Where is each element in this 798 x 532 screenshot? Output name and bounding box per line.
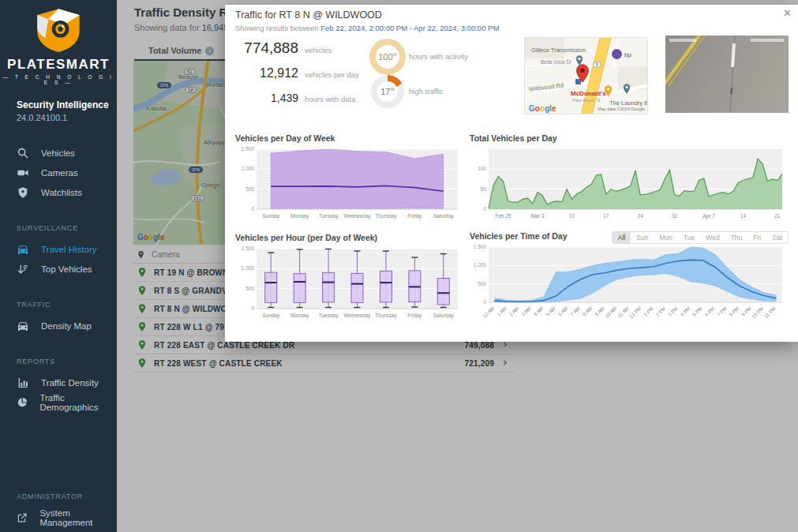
- toggle-option-sat[interactable]: Sat: [766, 232, 788, 243]
- svg-text:Tuesday: Tuesday: [319, 313, 339, 319]
- chart-canvas: 05001,0001,500SundayMondayTuesdayWednesd…: [235, 245, 466, 331]
- brand-name: PLATESMART: [0, 57, 117, 73]
- svg-text:1 PM: 1 PM: [643, 305, 654, 317]
- chart-title: Vehicles per Time of Day: [470, 231, 568, 241]
- modal-title: Traffic for RT 8 N @ WILDWOOD: [235, 9, 382, 21]
- external-link-icon: [17, 511, 28, 524]
- toggle-option-all[interactable]: All: [613, 232, 631, 243]
- nav-group: SURVEILLANCETravel HistoryTop Vehicles: [0, 216, 117, 279]
- svg-text:5 AM: 5 AM: [545, 305, 556, 317]
- sidebar-item-density-map[interactable]: Density Map: [0, 316, 117, 335]
- stat-row: 12,912vehicles per day: [237, 66, 359, 85]
- product-version: 24.0.24100.1: [0, 111, 117, 122]
- stat-value: 1,439: [237, 92, 298, 104]
- pie-chart-icon: [17, 396, 28, 409]
- stat-label: hours with data: [305, 95, 355, 103]
- modal-subtitle-prefix: Showing results between: [235, 24, 320, 32]
- product-name: Security Intelligence: [0, 85, 117, 111]
- car-icon: [17, 320, 29, 332]
- poi-label: Gillece Transmission: [531, 47, 586, 54]
- svg-text:1,500: 1,500: [474, 244, 487, 249]
- toggle-option-sun[interactable]: Sun: [631, 232, 654, 243]
- close-icon[interactable]: ✕: [783, 8, 792, 19]
- svg-text:6 AM: 6 AM: [557, 305, 569, 317]
- band-area: [271, 149, 444, 208]
- chart-canvas: 05001,0001,50012 AM1 AM2 AM3 AM4 AM5 AM6…: [470, 244, 789, 335]
- box: [437, 278, 449, 304]
- poi-pin-icon: [623, 84, 631, 94]
- svg-text:11 AM: 11 AM: [616, 305, 630, 319]
- box: [323, 272, 335, 302]
- modal-subtitle: Showing results between Feb 22, 2024, 2:…: [235, 24, 499, 32]
- svg-text:Friday: Friday: [407, 313, 422, 319]
- nav-section-header: ADMINISTRATOR: [0, 485, 117, 508]
- gauge-value: 17%: [380, 87, 395, 96]
- sidebar-item-traffic-density[interactable]: Traffic Density: [0, 373, 117, 392]
- gauge-label: hours with activity: [409, 52, 468, 61]
- nav-section-header: TRAFFIC: [0, 293, 117, 316]
- restaurant-sub-label: Fast Food · $: [572, 98, 601, 103]
- gauge-label: high traffic: [409, 87, 444, 96]
- chart-hour-per-day-of-week: Vehicles per Hour (per Day of Week) 0500…: [235, 233, 466, 334]
- stat-value: 12,912: [237, 66, 298, 81]
- svg-text:Saturday: Saturday: [433, 313, 455, 319]
- svg-text:Wednesday: Wednesday: [343, 213, 371, 219]
- gas-label: bp: [624, 51, 631, 58]
- svg-text:1,000: 1,000: [242, 166, 255, 171]
- toggle-option-mon[interactable]: Mon: [654, 232, 678, 243]
- svg-text:1 AM: 1 AM: [496, 305, 508, 317]
- restaurant-label: McDonald's: [571, 90, 606, 97]
- sidebar-item-label: Vehicles: [41, 148, 75, 158]
- bar-chart-icon: [17, 377, 29, 389]
- sidebar-item-watchlists[interactable]: Watchlists: [0, 182, 117, 202]
- gauge-hours-with-activity: 100%: [369, 39, 406, 75]
- camera-icon: [17, 167, 29, 179]
- camera-snapshot-canvas: [665, 36, 789, 113]
- box: [380, 271, 392, 302]
- car-icon: [17, 243, 29, 256]
- sidebar-item-top-vehicles[interactable]: Top Vehicles: [0, 259, 117, 279]
- selected-location-pin-icon: [575, 64, 590, 83]
- chart-total-per-day: Total Vehicles per Day 050100Feb 25Mar 3…: [470, 133, 789, 234]
- svg-text:21: 21: [774, 213, 781, 219]
- svg-text:5 PM: 5 PM: [691, 305, 703, 317]
- chart-canvas: 05001,0001,500SundayMondayTuesdayWednesd…: [235, 146, 466, 231]
- nav-group: REPORTSTraffic DensityTraffic Demographi…: [0, 350, 117, 412]
- location-mini-map[interactable]: Gillece Transmission Bella Vista Dr bp 8…: [524, 37, 648, 114]
- sidebar-item-traffic-demographics[interactable]: Traffic Demographics: [0, 392, 117, 412]
- svg-text:Thursday: Thursday: [375, 313, 397, 319]
- route-shield: 8: [593, 62, 601, 68]
- sidebar-item-system-management[interactable]: System Management: [0, 508, 117, 527]
- gauge-value: 100%: [378, 52, 397, 62]
- svg-text:17: 17: [603, 213, 609, 219]
- sidebar-item-label: Cameras: [41, 168, 78, 178]
- svg-text:Saturday: Saturday: [433, 213, 455, 219]
- sidebar-item-cameras[interactable]: Cameras: [0, 163, 117, 182]
- sidebar-item-label: Travel History: [41, 245, 97, 254]
- sidebar-item-vehicles[interactable]: Vehicles: [0, 143, 117, 163]
- svg-text:50: 50: [481, 186, 487, 192]
- svg-text:24: 24: [638, 213, 644, 219]
- svg-text:6 PM: 6 PM: [703, 305, 715, 317]
- toggle-option-fri[interactable]: Fri: [747, 232, 766, 243]
- chart-title: Total Vehicles per Day: [470, 133, 789, 143]
- svg-text:100: 100: [478, 166, 486, 171]
- nav-group: ADMINISTRATORSystem Management: [0, 485, 117, 527]
- road-label: Bella Vista Dr: [541, 59, 571, 65]
- svg-text:500: 500: [245, 186, 254, 192]
- chart-canvas: 050100Feb 25Mar 310172431Apr 71421: [470, 146, 789, 231]
- toggle-option-tue[interactable]: Tue: [678, 232, 700, 243]
- svg-text:2 AM: 2 AM: [508, 305, 520, 317]
- sidebar-nav: VehiclesCamerasWatchlistsSURVEILLANCETra…: [0, 143, 117, 412]
- toggle-option-thu[interactable]: Thu: [725, 232, 748, 243]
- map-attribution: Map data ©2024 Google: [598, 107, 645, 111]
- svg-text:1,000: 1,000: [474, 262, 487, 268]
- brand-tagline: — T E C H N O L O G I E S —: [0, 74, 117, 85]
- stat-row: 774,888vehicles: [237, 39, 332, 58]
- toggle-option-wed[interactable]: Wed: [700, 232, 725, 243]
- modal-date-range: Feb 22, 2024, 2:00:00 PM - Apr 22, 2024,…: [320, 24, 499, 32]
- search-icon: [17, 147, 29, 159]
- chart-day-of-week: Vehicles per Day of Week 05001,0001,500S…: [235, 133, 466, 234]
- sidebar-item-travel-history[interactable]: Travel History: [0, 239, 117, 259]
- traffic-detail-modal: Traffic for RT 8 N @ WILDWOOD Showing re…: [225, 5, 798, 342]
